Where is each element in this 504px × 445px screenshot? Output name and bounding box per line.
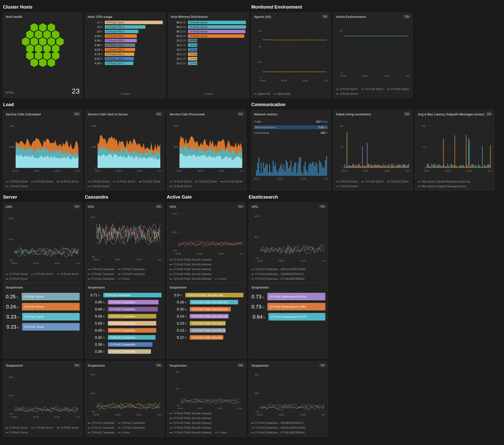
time-badge[interactable]: 1m [322, 15, 328, 18]
metric-row[interactable]: Retransmissions0.01% [254, 125, 328, 129]
more-link[interactable]: 5 more [88, 92, 163, 95]
legend-item[interactable]: CI-Prod1 Server [170, 185, 192, 188]
panel-load[interactable]: 1mService Calls Sent to Server0250k500k0… [85, 110, 164, 190]
legend-item[interactable]: CI-Prod1 Cassandra [88, 277, 114, 280]
legend-item[interactable]: CI-Prod1 Server [57, 180, 79, 183]
metric-row[interactable]: Connectivity100% [254, 131, 328, 134]
time-badge[interactable]: 1m [404, 15, 410, 18]
suspension-row[interactable]: 0.14%CI-Prod1 Public Security Gat… [170, 314, 243, 319]
suspension-row[interactable]: 0.73%CI-Prod1 Elasticsearch (i-08d… [251, 303, 325, 310]
legend-item[interactable]: CI-Prod1 Cassandra [88, 268, 114, 271]
bar-row[interactable]: 15.1GBCI-Prod1 Cassandra [171, 52, 246, 56]
panel-host-health[interactable]: Host health All fine 23 [3, 12, 82, 98]
legend-item[interactable]: CI-Prod1 Cassandra [118, 426, 145, 429]
host-hex[interactable] [48, 58, 55, 67]
time-badge[interactable]: 1m [237, 205, 244, 208]
legend-item[interactable]: CI-Prod1 Public Security Gateway [170, 263, 211, 266]
suspension-row[interactable]: 0.23%CI-Prod1 Server [6, 323, 80, 331]
legend-item[interactable]: CI-Prod1 Server [57, 273, 79, 275]
bar-row[interactable]: 94.3GBCI-Prod1 Server [171, 34, 246, 38]
panel-cassandra-suspension[interactable]: Suspension 0.71%CI-Prod1 Cassandra0.45%C… [85, 283, 164, 359]
time-badge[interactable]: 1m [237, 363, 244, 367]
panel-suspension-chart[interactable]: 1mSuspension0%10%20%09:0009:3010:0010:30… [3, 361, 82, 437]
suspension-row[interactable]: 0.45%CI-Prod1 Cassandra [88, 300, 162, 304]
legend-item[interactable]: Agents (All) [273, 92, 290, 95]
bar-row[interactable]: 12%CI-Prod1 PSG-4 [88, 25, 163, 29]
suspension-row[interactable]: 0.43%CI-Prod1 Cassandra [88, 314, 162, 319]
suspension-row[interactable]: 0.39%CI-Prod1 Cassandra [88, 342, 162, 347]
legend-more[interactable]: 4 more [118, 277, 130, 280]
time-badge[interactable]: 1m [155, 363, 162, 367]
time-badge[interactable]: 1m [74, 205, 80, 208]
legend-item[interactable]: CI-Prod1 Server [336, 88, 358, 90]
suspension-row[interactable]: 0.64%CI-Prod1 Elasticsearch (i-077… [251, 313, 325, 321]
panel-network-metrics[interactable]: Network metrics Traffic537Mbit/sRetransm… [251, 110, 331, 190]
time-badge[interactable]: 1m [486, 112, 492, 116]
legend-more[interactable]: 2 more [215, 431, 227, 434]
legend-item[interactable]: Avg Latency Subpath Messages (msec)-ag… [418, 180, 472, 183]
legend-more[interactable]: 4 more [118, 431, 130, 434]
legend-item[interactable]: CI-Prod1 Elasticsea…-03b4f66a9d7be512) [251, 273, 303, 275]
panel-server-cpu[interactable]: 1m CPU 0%10%20%09:0009:3010:0010:30 CI-P… [3, 202, 82, 283]
panel-ag-suspension[interactable]: Suspension 0.3%CI-Prod1 Public Security … [167, 283, 246, 359]
legend-item[interactable]: CI-Prod1 Server [6, 277, 28, 280]
legend-item[interactable]: CI-Prod1 Server [6, 426, 28, 429]
bar-row[interactable]: 15.1GBCI-Prod1 Cassandra [171, 43, 246, 47]
suspension-row[interactable]: 0.13%CI-Prod1 Public Security Gat… [170, 321, 243, 326]
suspension-row[interactable]: 0.3%CI-Prod1 Public Security Gat… [170, 293, 243, 297]
suspension-row[interactable]: 0.44%CI-Prod1 Cassandra [88, 307, 162, 311]
legend-item[interactable]: CI-Prod1 Server [387, 88, 409, 90]
panel-latency[interactable]: 1m Avg & Max Latency Subpath Messages (m… [415, 110, 494, 190]
metric-row[interactable]: Traffic537Mbit/s [254, 120, 328, 123]
legend-item[interactable]: CI-Prod1 Server [31, 180, 53, 183]
legend-item[interactable]: CI-Prod1 Public Security Gateway [170, 273, 211, 275]
legend-item[interactable]: CI-Prod1 Elasticsea…-03b4f66a9d7be512) [251, 422, 303, 424]
legend-item[interactable]: CI-Prod1 Cassandra [118, 273, 145, 275]
legend-more[interactable]: 2 more [215, 277, 227, 280]
suspension-row[interactable]: 0.18%CI-Prod1 Public Security Gat… [170, 300, 243, 304]
legend-item[interactable]: CI-Prod1 Server [57, 426, 79, 429]
suspension-row[interactable]: 0.25%CI-Prod1 Server [6, 293, 80, 300]
panel-es-cpu[interactable]: 1m CPU 0%20%40%09:0009:3010:0010:30 CI-P… [249, 202, 328, 283]
legend-item[interactable]: Max Latency Subpath Messages (msec) [418, 185, 466, 188]
legend-item[interactable]: CI-Prod1 Server [361, 180, 383, 183]
bar-row[interactable]: 8.94%CI-Prod1 PSG-5 [88, 48, 163, 51]
bar-row[interactable]: 9.35%CI-Prod1 PSG-3 [88, 39, 163, 42]
legend-item[interactable]: CI-Prod1 Elasticsea…-077c8c18fd239540a) [251, 431, 305, 434]
panel-mem-dist[interactable]: Host Memory Distribution 96.5GBCI-Prod1 … [168, 12, 249, 98]
bar-row[interactable]: 8.62%CI-Prod1 Cas-9 [88, 57, 163, 60]
legend-item[interactable]: CI-Prod1 Cassandra [88, 422, 114, 424]
legend-item[interactable]: CI-Prod1 Server [139, 180, 161, 183]
panel-ag-cpu[interactable]: 1m CPU 0%20%40%09:0009:3010:0010:30 CI-P… [167, 202, 246, 283]
legend-item[interactable]: CI-Prod1 Server [6, 180, 28, 183]
legend-item[interactable]: CI-Prod1 Server [6, 273, 28, 275]
legend-item[interactable]: CI-Prod1 Server [336, 180, 358, 183]
panel-failed-resolutions[interactable]: 1m Failed string resolutions 05010009:00… [333, 110, 413, 190]
suspension-row[interactable]: 0.15%CI-Prod1 Public Security Gat… [170, 307, 243, 311]
host-hex[interactable] [30, 58, 38, 67]
legend-item[interactable]: CI-Prod1 Server [6, 431, 28, 434]
suspension-row[interactable]: 0.23%CI-Prod1 Server [6, 313, 80, 321]
panel-suspension-chart[interactable]: 1mSuspension0%20%40%09:0009:3010:0010:30… [167, 361, 246, 437]
panel-active-env[interactable]: 1m Active Environments 02509:0009:3010:0… [333, 12, 413, 98]
legend-item[interactable]: CI-Prod1 Server [221, 180, 243, 183]
bar-row[interactable]: 15.2GBCI-Prod1 Cassandra [171, 39, 246, 42]
legend-item[interactable]: CI-Prod1 Server [88, 180, 110, 183]
legend-item[interactable]: CI-Prod1 Server [113, 180, 135, 183]
legend-item[interactable]: CI-Prod1 Server [195, 180, 217, 183]
time-badge[interactable]: 1m [404, 112, 410, 116]
legend-item[interactable]: CI-Prod1 Server [361, 88, 383, 90]
panel-suspension-chart[interactable]: 1mSuspension0%20%40%09:0009:3010:0010:30… [249, 361, 328, 437]
suspension-row[interactable]: 0.42%CI-Prod1 Cassandra [88, 335, 162, 340]
time-badge[interactable]: 1m [155, 205, 162, 208]
legend-item[interactable]: CI-Prod1 Server [31, 426, 53, 429]
bar-row[interactable]: 15.1GBCI-Prod1 Cassandra [171, 61, 246, 65]
suspension-row[interactable]: 0.43%CI-Prod1 Cassandra [88, 328, 162, 333]
panel-cpu-usage[interactable]: Host: CPU usage 17%CI-Prod1 Cas-612%CI-P… [85, 12, 166, 98]
panel-es-suspension[interactable]: Suspension 0.73%CI-Prod1 Elasticsearch (… [249, 283, 328, 359]
suspension-row[interactable]: 0.71%CI-Prod1 Cassandra [88, 293, 162, 297]
legend-item[interactable]: CI-Prod1 Public Security Gateway [170, 268, 211, 271]
legend-item[interactable]: CI-Prod1 Server [6, 185, 28, 188]
legend-item[interactable]: CI-Prod1 Public Security Gateway [170, 426, 211, 429]
bar-row[interactable]: 8.35%CI-Prod1 Cas-7 [88, 61, 163, 65]
